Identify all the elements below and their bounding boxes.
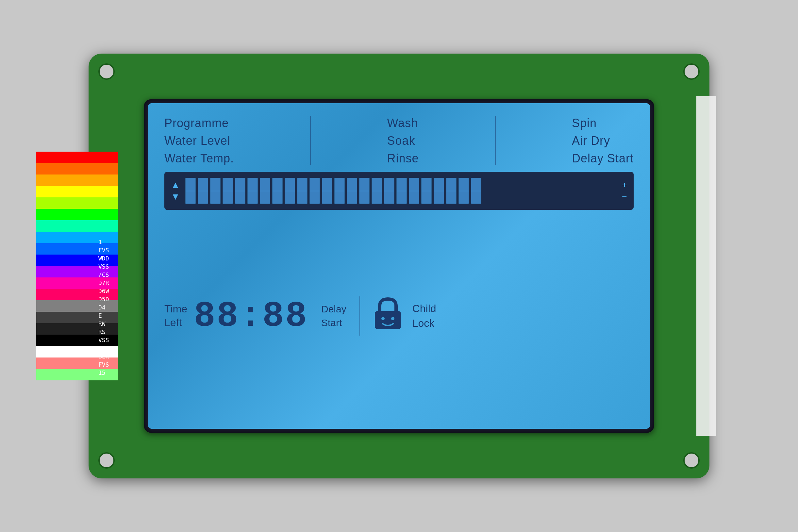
segment-bar	[434, 178, 444, 204]
time-label: Time Left	[164, 302, 187, 329]
segment-bar	[458, 178, 469, 204]
segment-bar	[471, 178, 481, 204]
mounting-hole-br	[683, 452, 700, 469]
pin-label: D7R	[98, 279, 109, 286]
segment-bar	[235, 178, 245, 204]
segment-bar	[421, 178, 432, 204]
pin-label: FVS	[98, 247, 109, 253]
time-label-line2: Left	[164, 316, 187, 330]
divider-1	[310, 116, 311, 165]
arrow-control[interactable]: ▲ ▼	[171, 180, 180, 202]
segment-bar	[285, 178, 295, 204]
label-section: Programme Water Level Water Temp. Wash S…	[164, 116, 634, 165]
segment-display: ▲ ▼ + −	[164, 172, 634, 210]
time-digits: 88:88	[194, 296, 308, 337]
pin-label: /CS	[98, 271, 109, 278]
segment-bar	[446, 178, 457, 204]
segment-bar	[396, 178, 407, 204]
child-lock-line1: Child	[412, 301, 436, 316]
segment-bar	[372, 178, 382, 204]
bottom-section: Time Left 88:88 Delay Start	[164, 216, 634, 416]
pin-label: 15	[98, 369, 109, 376]
pin-label: BLK	[98, 353, 109, 360]
pin-label: E	[98, 312, 109, 319]
label-column-1: Programme Water Level Water Temp.	[164, 116, 234, 165]
label-air-dry: Air Dry	[572, 134, 634, 148]
svg-point-1	[381, 317, 385, 320]
svg-rect-0	[375, 311, 401, 329]
child-lock-group: Child Lock	[373, 297, 436, 335]
delay-line2: Start	[321, 316, 346, 330]
cable-stripe	[36, 220, 118, 232]
label-wash: Wash	[387, 116, 419, 130]
label-column-3: Spin Air Dry Delay Start	[572, 116, 634, 165]
time-display-group: Time Left 88:88 Delay Start	[164, 296, 346, 337]
segment-bar	[409, 178, 419, 204]
label-water-level: Water Level	[164, 134, 234, 148]
segment-bar	[185, 178, 196, 204]
segment-bar	[198, 178, 208, 204]
pin-label: VSS	[98, 337, 109, 343]
pin-label: D4	[98, 304, 109, 311]
lcd-screen: Programme Water Level Water Temp. Wash S…	[148, 103, 650, 429]
segment-bar	[272, 178, 283, 204]
label-rinse: Rinse	[387, 152, 419, 165]
pin-label: D5D	[98, 296, 109, 303]
lock-icon	[373, 297, 403, 335]
child-lock-label: Child Lock	[412, 301, 436, 331]
label-spin: Spin	[572, 116, 634, 130]
plus-icon[interactable]: +	[622, 180, 627, 190]
cable-stripe	[36, 163, 118, 174]
minus-icon[interactable]: −	[622, 191, 627, 202]
label-column-2: Wash Soak Rinse	[387, 116, 419, 165]
pin-label: RW	[98, 320, 109, 327]
delay-line1: Delay	[321, 302, 346, 316]
cable-stripe	[36, 197, 118, 209]
segment-bar	[334, 178, 345, 204]
divider-2	[495, 116, 496, 165]
segment-bar	[347, 178, 357, 204]
cable-stripe	[36, 186, 118, 197]
pin-label: VSS	[98, 263, 109, 270]
delay-start-label: Delay Start	[321, 302, 346, 330]
time-label-line1: Time	[164, 302, 187, 316]
label-delay-start: Delay Start	[572, 152, 634, 165]
bottom-divider	[359, 297, 360, 336]
pin-label: FVS	[98, 361, 109, 368]
segment-bar	[297, 178, 307, 204]
segment-bar	[247, 178, 258, 204]
segment-bars	[185, 178, 616, 204]
mounting-hole-bl	[98, 452, 115, 469]
pin-label: RS	[98, 328, 109, 335]
svg-point-2	[391, 317, 395, 320]
segment-bar	[260, 178, 270, 204]
mounting-hole-tl	[98, 63, 115, 80]
lcd-bezel: Programme Water Level Water Temp. Wash S…	[144, 99, 654, 433]
child-lock-line2: Lock	[412, 316, 436, 331]
pcb-board: 1FVSWDDVSS/CSD7RD6WD5DD4ERWRSVSSBLABLKFV…	[89, 54, 709, 478]
mounting-hole-tr	[683, 63, 700, 80]
pin-label: D6W	[98, 288, 109, 294]
down-arrow-icon[interactable]: ▼	[171, 191, 180, 202]
pin-labels: 1FVSWDDVSS/CSD7RD6WD5DD4ERWRSVSSBLABLKFV…	[98, 239, 109, 376]
pin-label: BLA	[98, 345, 109, 352]
up-arrow-icon[interactable]: ▲	[171, 180, 180, 190]
segment-bar	[322, 178, 332, 204]
segment-bar	[223, 178, 233, 204]
pin-label: 1	[98, 239, 109, 245]
segment-bar	[210, 178, 221, 204]
segment-bar	[359, 178, 369, 204]
label-programme: Programme	[164, 116, 234, 130]
label-water-temp: Water Temp.	[164, 152, 234, 165]
cable-stripe	[36, 174, 118, 186]
tape-right	[696, 96, 716, 436]
cable-stripe	[36, 152, 118, 163]
segment-bar	[384, 178, 395, 204]
segment-bar	[309, 178, 320, 204]
label-soak: Soak	[387, 134, 419, 148]
plus-minus-control[interactable]: + −	[622, 180, 627, 202]
cable-stripe	[36, 209, 118, 220]
pin-label: WDD	[98, 255, 109, 262]
